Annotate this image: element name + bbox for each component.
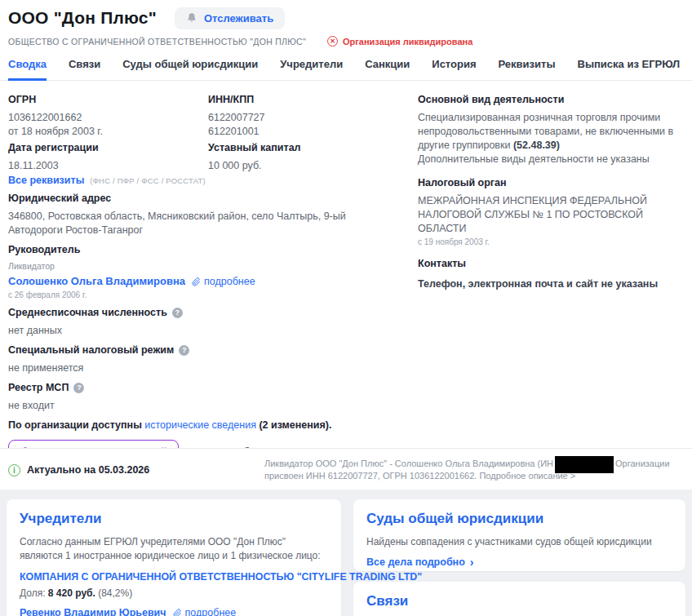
company-profile-page: ООО "Дон Плюс" Отслеживать ОБЩЕСТВО С ОГ… — [0, 0, 692, 616]
share-value: 8 420 руб. — [48, 587, 95, 599]
general-courts-card: Суды общей юрисдикции Найдены совпадения… — [353, 499, 685, 571]
head-label: Руководитель — [8, 243, 411, 256]
track-button[interactable]: Отслеживать — [175, 7, 285, 29]
org-full-name: ОБЩЕСТВО С ОГРАНИЧЕННОЙ ОТВЕТСТВЕННОСТЬЮ… — [8, 37, 306, 47]
status-badge: ✕ Организация ликвидирована — [327, 36, 472, 47]
tab-founders[interactable]: Учредители — [280, 58, 343, 80]
reg-date-block: Дата регистрации 18.11.2003 Все реквизит… — [8, 141, 208, 186]
founder-company-link[interactable]: КОМПАНИЯ С ОГРАНИЧЕННОЙ ОТВЕТСТВЕННОСТЬЮ… — [20, 571, 328, 583]
capital-value: 10 000 руб. — [208, 159, 301, 173]
reg-date-label: Дата регистрации — [8, 141, 208, 154]
okved-code: (52.48.39) — [513, 140, 560, 151]
founder-person-more-link[interactable]: подробнее — [173, 607, 237, 616]
contacts-label: Контакты — [418, 257, 690, 270]
related-sections: Учредители Согласно данным ЕГРЮЛ учредит… — [0, 490, 692, 616]
tax-authority-label: Налоговый орган — [418, 176, 690, 189]
founder-company-share: Доля: 8 420 руб. (84,2%) — [20, 587, 328, 599]
connections-card-title[interactable]: Связи — [366, 593, 672, 609]
actuality-strip: i Актуально на 05.03.2026 Ликвидатор ООО… — [0, 448, 692, 490]
tab-summary[interactable]: Сводка — [8, 58, 47, 81]
tax-regime-value: не применяется — [8, 361, 411, 375]
actuality-description: Ликвидатор ООО "Дон Плюс" - Солошенко Ол… — [264, 458, 684, 482]
history-note-suffix: (2 изменения). — [259, 419, 331, 431]
help-icon[interactable]: ? — [172, 308, 183, 318]
main-activity-label: Основной вид деятельности — [418, 93, 690, 106]
main-activity-block: Основной вид деятельности Специализирова… — [418, 93, 690, 166]
head-block: Руководитель Ликвидатор Солошенко Ольга … — [8, 243, 411, 300]
tab-history[interactable]: История — [432, 58, 476, 80]
founders-intro: Согласно данным ЕГРЮЛ учредителями ООО "… — [20, 535, 328, 563]
actuality-desc-before: Ликвидатор ООО "Дон Плюс" - Солошенко Ол… — [264, 459, 553, 468]
head-more-label: подробнее — [204, 274, 255, 289]
legal-address-label: Юридический адрес — [8, 192, 411, 205]
paperclip-icon — [173, 609, 182, 616]
ogrn-block: ОГРН 1036122001662 от 18 ноября 2003 г. — [8, 93, 208, 139]
capital-label: Уставный капитал — [208, 141, 301, 154]
tab-general-courts[interactable]: Суды общей юрисдикции — [122, 58, 258, 80]
arrow-right-icon: › — [470, 556, 474, 568]
all-cases-label: Все дела подробно — [366, 556, 465, 568]
tab-sanctions[interactable]: Санкции — [365, 58, 410, 80]
tax-authority-block: Налоговый орган МЕЖРАЙОННАЯ ИНСПЕКЦИЯ ФЕ… — [418, 176, 690, 247]
tax-authority-since: с 19 ноября 2003 г. — [418, 237, 690, 247]
info-icon: i — [8, 464, 20, 476]
summary-content: ОГРН 1036122001662 от 18 ноября 2003 г. … — [0, 81, 692, 457]
summary-right-column: Основной вид деятельности Специализирова… — [418, 93, 690, 457]
inn-value: 6122007727 — [208, 111, 265, 125]
founders-card: Учредители Согласно данным ЕГРЮЛ учредит… — [7, 499, 341, 616]
tab-connections[interactable]: Связи — [69, 58, 100, 80]
inn-kpp-block: ИНН/КПП 6122007727 612201001 — [208, 93, 265, 139]
tax-authority-value: МЕЖРАЙОННАЯ ИНСПЕКЦИЯ ФЕДЕРАЛЬНОЙ НАЛОГО… — [418, 194, 690, 236]
help-icon[interactable]: ? — [73, 383, 84, 393]
head-since: с 26 февраля 2006 г. — [8, 290, 411, 300]
contacts-value: Телефон, электронная почта и сайт не ука… — [418, 277, 690, 291]
summary-left-column: ОГРН 1036122001662 от 18 ноября 2003 г. … — [8, 93, 411, 457]
ogrn-value: 1036122001662 — [8, 111, 208, 125]
bell-icon — [186, 12, 197, 24]
contacts-block: Контакты Телефон, электронная почта и са… — [418, 257, 690, 291]
headcount-label: Среднесписочная численность — [8, 306, 167, 319]
share-percent: (84,2%) — [98, 587, 132, 599]
legal-address-value: 346800, Ростовская область, Мясниковский… — [8, 210, 400, 237]
share-label: Доля: — [20, 587, 46, 599]
tab-bar: Сводка Связи Суды общей юрисдикции Учред… — [0, 58, 692, 81]
msp-label: Реестр МСП — [8, 381, 69, 394]
head-more-link[interactable]: подробнее — [192, 274, 255, 289]
history-note-prefix: По организации доступны — [8, 419, 142, 431]
msp-block: Реестр МСП ? не входит — [8, 381, 411, 413]
paperclip-icon — [192, 277, 201, 286]
requisites-sources-note: (ФНС / ПФР / ФСС / РОССТАТ) — [90, 176, 206, 185]
tax-regime-label: Специальный налоговый режим — [8, 343, 174, 357]
track-button-label: Отслеживать — [204, 12, 273, 24]
general-courts-card-title[interactable]: Суды общей юрисдикции — [366, 511, 672, 527]
history-note: По организации доступны исторические све… — [8, 419, 411, 432]
head-role: Ликвидатор — [8, 261, 411, 272]
ogrn-date: от 18 ноября 2003 г. — [8, 125, 208, 139]
founders-card-title[interactable]: Учредители — [20, 511, 328, 527]
extra-activities-note: Дополнительные виды деятельности не указ… — [418, 153, 690, 166]
capital-block: Уставный капитал 10 000 руб. — [208, 141, 301, 186]
tab-egrul-extract[interactable]: Выписка из ЕГРЮЛ — [578, 58, 681, 80]
headcount-block: Среднесписочная численность ? нет данных — [8, 306, 411, 338]
tab-requisites[interactable]: Реквизиты — [499, 58, 556, 80]
tax-regime-block: Специальный налоговый режим ? не применя… — [8, 343, 411, 375]
status-badge-label: Организация ликвидирована — [343, 37, 472, 47]
all-cases-link[interactable]: Все дела подробно › — [366, 556, 473, 568]
page-header: ООО "Дон Плюс" Отслеживать ОБЩЕСТВО С ОГ… — [0, 0, 692, 47]
legal-address-block: Юридический адрес 346800, Ростовская обл… — [8, 192, 411, 237]
founder-person-link[interactable]: Ревенко Владимир Юрьевич — [20, 607, 166, 616]
head-name-link[interactable]: Солошенко Ольга Владимировна — [8, 274, 185, 289]
founder-person-more-label: подробнее — [185, 607, 237, 616]
ogrn-label: ОГРН — [8, 93, 208, 106]
history-link[interactable]: исторические сведения — [144, 419, 256, 431]
actuality-date: Актуально на 05.03.2026 — [27, 464, 149, 476]
help-icon[interactable]: ? — [179, 345, 189, 356]
connections-card: Связи — [353, 582, 685, 616]
headcount-value: нет данных — [8, 324, 411, 338]
general-courts-text: Найдены совпадения с участниками судов о… — [366, 535, 672, 549]
inn-kpp-label: ИНН/КПП — [208, 93, 265, 106]
reg-date-value: 18.11.2003 — [8, 159, 208, 173]
page-title: ООО "Дон Плюс" — [8, 8, 157, 28]
all-requisites-link[interactable]: Все реквизиты — [8, 175, 84, 186]
cross-circle-icon: ✕ — [327, 36, 338, 47]
